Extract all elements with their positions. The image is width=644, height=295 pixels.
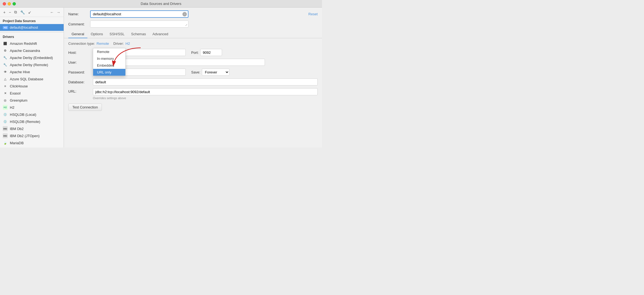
url-input[interactable] [93,88,318,95]
comment-input[interactable] [90,20,188,28]
driver-item-ibm-db2[interactable]: DB2 IBM Db2 [0,125,64,132]
comment-wrapper: ⤢ [90,20,188,28]
url-label: URL: [68,88,90,93]
selected-datasource-item[interactable]: H2 default@localhost [0,24,64,31]
user-label: User: [68,60,90,64]
window-title: Data Sources and Drivers [141,2,181,6]
driver-item-h2[interactable]: H2 H2 [0,104,64,111]
driver-item-hsqldb-remote[interactable]: 💿 HSQLDB (Remote) [0,118,64,125]
remove-button[interactable]: − [8,10,12,15]
test-connection-button[interactable]: Test Connection [68,104,102,111]
driver-item-clickhouse[interactable]: ≡ ClickHouse [0,82,64,90]
tab-general[interactable]: General [68,30,87,38]
driver-name: IBM Db2 (JTOpen) [10,134,40,138]
driver-item-microsoft-sql[interactable]: ⬡ Microsoft SQL Server [0,146,64,148]
title-bar: Data Sources and Drivers [0,0,322,8]
database-row: Database: [68,78,318,85]
dropdown-option-urlonly[interactable]: URL only [93,69,125,76]
datasource-name: default@localhost [10,25,38,30]
forward-button[interactable]: → [55,10,61,15]
add-button[interactable]: + [2,10,7,15]
greenplum-icon: ◎ [3,98,8,103]
left-panel: + − ⧉ 🔧 ↙ ← → Project Data Sources H2 de… [0,8,64,148]
exasol-icon: ✕ [3,91,8,96]
right-panel: Name: ○ Reset Comment: ⤢ General Options… [64,8,322,148]
name-input[interactable] [90,10,188,18]
driver-name: Apache Derby (Embedded) [10,56,53,60]
database-label: Database: [68,80,90,84]
driver-item-greenplum[interactable]: ◎ Greenplum [0,97,64,104]
ibm-db2-jtopen-icon: DB2 [3,133,8,138]
tab-options[interactable]: Options [87,30,106,38]
hsqldb-remote-icon: 💿 [3,119,8,124]
password-label: Password: [68,70,90,74]
save-select[interactable]: Forever Until restart Never [202,69,229,76]
save-label: Save: [191,70,200,74]
driver-name: ClickHouse [10,84,28,88]
driver-item-azure-sql[interactable]: △ Azure SQL Database [0,75,64,82]
tab-schemas[interactable]: Schemas [128,30,149,38]
tab-advanced[interactable]: Advanced [149,30,172,38]
left-toolbar: + − ⧉ 🔧 ↙ ← → [0,8,64,17]
hsqldb-local-icon: 💿 [3,112,8,117]
drivers-header: Drivers [0,33,64,40]
port-label: Port: [191,51,199,55]
ibm-db2-icon: DB2 [3,126,8,131]
apache-cassandra-icon: ⚙ [3,48,8,53]
drivers-section: Drivers ⬛ Amazon Redshift ⚙ Apache Cassa… [0,33,64,148]
settings-button[interactable]: 🔧 [19,10,26,15]
clear-name-button[interactable]: ○ [182,12,187,16]
driver-name: Greenplum [10,98,27,102]
driver-value-text[interactable]: H2 [125,42,130,46]
expand-icon: ⤢ [185,23,187,26]
driver-item-exasol[interactable]: ✕ Exasol [0,90,64,97]
reset-button[interactable]: Reset [308,12,318,16]
driver-item-apache-derby-embedded[interactable]: 🔧 Apache Derby (Embedded) [0,54,64,61]
tabs-bar: General Options SSH/SSL Schemas Advanced [64,30,322,38]
driver-name: Exasol [10,91,20,95]
apache-derby-embedded-icon: 🔧 [3,55,8,60]
connection-type-dropdown-trigger[interactable]: Remote [97,42,109,46]
datasource-badge: H2 [3,26,8,29]
copy-button[interactable]: ⧉ [13,9,18,15]
driver-item-amazon-redshift[interactable]: ⬛ Amazon Redshift [0,40,64,47]
name-label: Name: [68,12,87,16]
driver-name: Amazon Redshift [10,42,37,46]
driver-item-ibm-db2-jtopen[interactable]: DB2 IBM Db2 (JTOpen) [0,132,64,139]
connection-type-label: Connection type: [68,42,95,46]
import-button[interactable]: ↙ [27,10,33,15]
name-input-wrapper: ○ [90,10,188,18]
save-group: Save: Forever Until restart Never [191,69,229,76]
driver-item-mariadb[interactable]: 🍃 MariaDB [0,139,64,146]
driver-name: Azure SQL Database [10,77,43,81]
apache-hive-icon: 👁 [3,69,8,74]
database-input[interactable] [93,78,318,85]
url-hint: Overrides settings above [93,96,318,100]
minimize-button[interactable] [8,2,11,5]
driver-item-apache-derby-remote[interactable]: 🔧 Apache Derby (Remote) [0,61,64,68]
close-button[interactable] [3,2,6,5]
connection-type-row: Connection type: Remote Driver: H2 Remot… [68,42,318,46]
driver-item-apache-cassandra[interactable]: ⚙ Apache Cassandra [0,47,64,54]
back-button[interactable]: ← [49,10,55,15]
dropdown-option-embedded[interactable]: Embedded [93,62,125,69]
traffic-lights [3,2,16,5]
driver-item-hsqldb-local[interactable]: 💿 HSQLDB (Local) [0,111,64,118]
dropdown-option-inmemory[interactable]: In-memory [93,55,125,62]
host-label: Host: [68,51,90,55]
azure-sql-icon: △ [3,76,8,81]
driver-name: Apache Cassandra [10,49,40,53]
maximize-button[interactable] [13,2,16,5]
project-data-sources-header: Project Data Sources [0,17,64,24]
driver-name: HSQLDB (Local) [10,113,36,117]
h2-icon: H2 [3,105,8,110]
comment-label: Comment: [68,22,87,26]
comment-row: Comment: ⤢ [64,20,322,30]
dropdown-option-remote[interactable]: Remote [93,48,125,55]
driver-name: MariaDB [10,141,24,145]
port-input[interactable] [200,49,222,56]
clickhouse-icon: ≡ [3,84,8,88]
name-row: Name: ○ Reset [64,8,322,20]
driver-item-apache-hive[interactable]: 👁 Apache Hive [0,68,64,75]
tab-sshssl[interactable]: SSH/SSL [106,30,128,38]
